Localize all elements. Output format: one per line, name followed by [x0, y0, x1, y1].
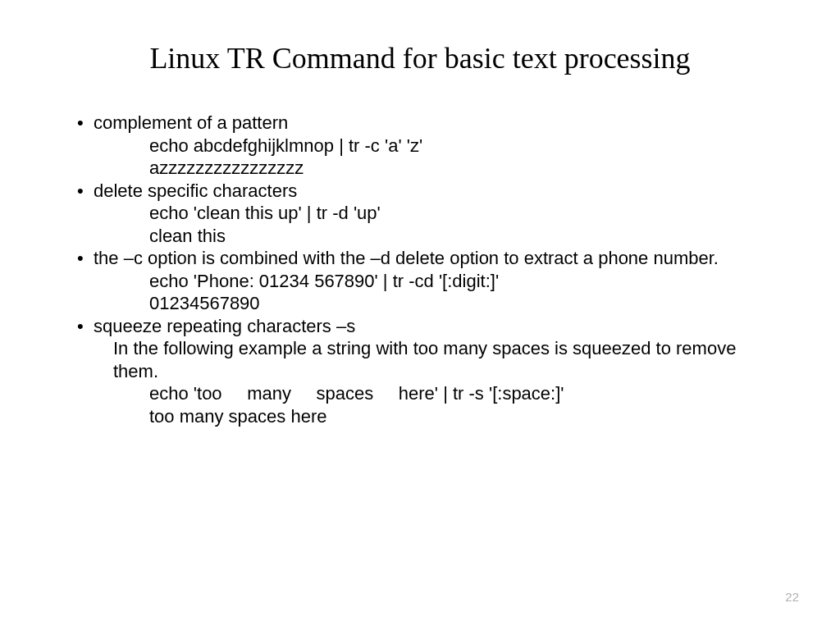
- code-line: echo 'clean this up' | tr -d 'up': [94, 202, 766, 225]
- slide-content: complement of a pattern echo abcdefghijk…: [74, 112, 766, 427]
- output-line: azzzzzzzzzzzzzzzz: [94, 157, 766, 180]
- bullet-heading: complement of a pattern: [94, 112, 288, 133]
- code-line: echo 'Phone: 01234 567890' | tr -cd '[:d…: [94, 270, 766, 293]
- bullet-list: complement of a pattern echo abcdefghijk…: [74, 112, 766, 427]
- slide-container: Linux TR Command for basic text processi…: [0, 0, 840, 630]
- code-line: echo abcdefghijklmnop | tr -c 'a' 'z': [94, 135, 766, 158]
- list-item: the –c option is combined with the –d de…: [74, 247, 766, 315]
- output-line: clean this: [94, 225, 766, 248]
- output-line: too many spaces here: [94, 405, 766, 428]
- code-line: echo 'too many spaces here' | tr -s '[:s…: [94, 382, 766, 405]
- page-number: 22: [785, 590, 799, 604]
- slide-title: Linux TR Command for basic text processi…: [74, 41, 766, 75]
- bullet-heading: the –c option is combined with the –d de…: [94, 248, 719, 268]
- output-line: 01234567890: [94, 292, 766, 315]
- list-item: complement of a pattern echo abcdefghijk…: [74, 112, 766, 180]
- list-item: squeeze repeating characters –s In the f…: [74, 315, 766, 428]
- bullet-heading: delete specific characters: [94, 180, 297, 201]
- bullet-heading: squeeze repeating characters –s: [94, 316, 355, 336]
- sub-heading: In the following example a string with t…: [94, 337, 766, 382]
- list-item: delete specific characters echo 'clean t…: [74, 180, 766, 248]
